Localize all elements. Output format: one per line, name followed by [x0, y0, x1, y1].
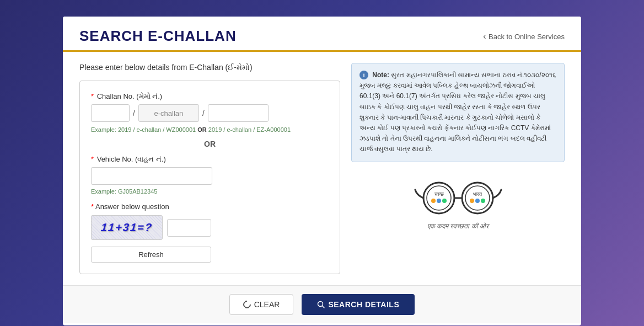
captcha-label: * Answer below question [91, 202, 329, 211]
svg-point-11 [475, 199, 480, 203]
form-box: * Challan No. (મેમો નં.) / / Example: 20… [79, 81, 340, 274]
header-bar: SEARCH E-CHALLAN Back to Online Services [63, 17, 581, 52]
svg-point-3 [462, 183, 493, 213]
footer-bar: CLEAR SEARCH DETAILS [63, 285, 581, 323]
note-text: સુરત મહાનગરપાલિકાની સામાન્ય સભાના ઠરાવ ન… [359, 71, 556, 153]
challan-required-star: * [91, 92, 94, 100]
challan-year-input[interactable] [91, 104, 130, 122]
vehicle-input[interactable] [91, 167, 212, 185]
svg-point-10 [470, 199, 474, 203]
page-title: SEARCH E-CHALLAN [79, 28, 237, 45]
left-panel: Please enter below details from E-Challa… [79, 63, 340, 274]
captcha-row: 11+31=? Refresh [91, 215, 329, 263]
challan-row: / / [91, 104, 329, 122]
back-to-services-link[interactable]: Back to Online Services [483, 31, 565, 41]
refresh-button[interactable]: Refresh [91, 247, 211, 263]
challan-echallan-input[interactable] [138, 104, 199, 122]
note-box: i Note: સુરત મહાનગરપાલિકાની સામાન્ય સભાન… [351, 63, 565, 162]
svg-point-0 [423, 183, 454, 213]
svg-text:भारत: भारत [473, 191, 482, 197]
captcha-col: 11+31=? Refresh [91, 215, 211, 263]
captcha-answer-input[interactable] [167, 219, 211, 237]
svg-point-4 [465, 186, 490, 210]
svg-point-12 [481, 199, 485, 203]
captcha-required-star: * [91, 202, 94, 211]
vehicle-example: Example: GJ05AB12345 [91, 188, 329, 195]
search-button[interactable]: SEARCH DETAILS [302, 294, 415, 315]
separator-2: / [201, 109, 206, 117]
separator-1: / [132, 109, 136, 117]
vehicle-required-star: * [91, 155, 94, 163]
captcha-image: 11+31=? [91, 215, 163, 240]
content-area: Please enter below details from E-Challa… [63, 52, 581, 285]
captcha-section: * Answer below question 11+31=? [91, 202, 329, 263]
note-header: Note: [372, 71, 389, 79]
svg-point-8 [437, 199, 441, 203]
search-icon [317, 301, 325, 308]
clear-icon [242, 299, 253, 310]
vehicle-label: * Vehicle No. (વાહન નં.) [91, 155, 329, 164]
or-divider: OR [91, 140, 329, 148]
search-label: SEARCH DETAILS [328, 300, 399, 309]
right-panel: i Note: સુરત મહાનગરપાલિકાની સામાન્ય સભાન… [351, 63, 565, 274]
swachh-tagline: एक कदम स्वच्छता की ओर [427, 222, 489, 230]
clear-label: CLEAR [254, 300, 280, 309]
swachh-bharat: स्वच्छ भारत एक कदम स्वच्छता की ओर [351, 176, 565, 230]
form-section-title: Please enter below details from E-Challa… [79, 63, 340, 72]
svg-text:स्वच्छ: स्वच्छ [433, 191, 443, 197]
challan-label: * Challan No. (મેમો નં.) [91, 92, 329, 101]
svg-line-14 [323, 306, 325, 308]
challan-code-input[interactable] [208, 104, 269, 122]
svg-point-1 [427, 186, 451, 210]
svg-point-9 [442, 199, 447, 203]
captcha-text: 11+31=? [100, 221, 153, 234]
main-container: SEARCH E-CHALLAN Back to Online Services… [63, 17, 581, 325]
swachh-bharat-logo: स्वच्छ भारत [414, 176, 502, 220]
challan-example: Example: 2019 / e-challan / WZ000001 OR … [91, 126, 329, 133]
note-icon: i [359, 71, 368, 79]
clear-button[interactable]: CLEAR [229, 294, 294, 315]
svg-point-7 [431, 199, 436, 203]
